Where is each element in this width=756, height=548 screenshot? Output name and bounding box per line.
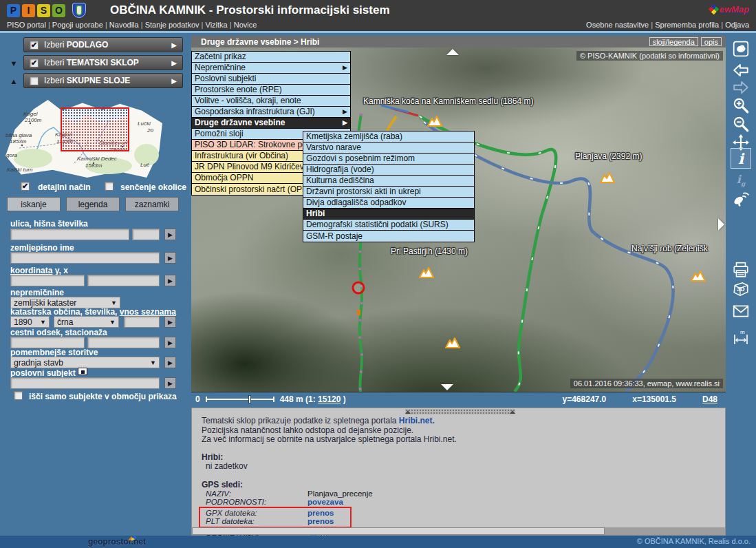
- menu-item-volitve[interactable]: Volitve - volišča, okraji, enote: [192, 96, 350, 107]
- menu-item-prostorske-enote[interactable]: Prostorske enote (RPE): [192, 85, 350, 96]
- nav-piso-portal[interactable]: PISO portal: [7, 21, 52, 29]
- detail-mode-checkbox[interactable]: [21, 182, 30, 191]
- submenu-item-hidrografija[interactable]: Hidrografija (vode): [303, 165, 474, 176]
- download-highlight-box: GPX datoteka:prenos PLT datoteka:prenos: [199, 507, 352, 528]
- gps-row-podrobnosti: PODROBNOSTI:povezava: [202, 498, 704, 507]
- submenu-arrow-icon: ▶: [343, 118, 347, 128]
- accordion-skupni-sloji[interactable]: Izberi SKUPNE SLOJE ▶: [23, 73, 183, 88]
- coordinate-link[interactable]: koordinata: [10, 266, 52, 275]
- submenu-item-kulturna-dediscina[interactable]: Kulturna dediščina: [303, 176, 474, 187]
- menu-item-gji[interactable]: Gospodarska infrastruktura (GJI)▶: [192, 107, 350, 118]
- services-select[interactable]: gradnja stavb▼: [10, 357, 160, 368]
- submenu-item-kmetijska-zemljisca[interactable]: Kmetijska zemljišča (raba): [303, 131, 474, 143]
- street-number-input[interactable]: [132, 229, 160, 240]
- nav-pogoji-uporabe[interactable]: Pogoji uporabe: [52, 21, 109, 29]
- scale-ratio-link[interactable]: 15120: [318, 394, 341, 404]
- description-button[interactable]: opis: [701, 37, 722, 46]
- nav-vizitka[interactable]: Vizitka: [206, 21, 234, 29]
- submenu-item-divja-odlagalisca[interactable]: Divja odlagališča odpadkov: [303, 198, 474, 209]
- menu-item-poslovni-subjekti[interactable]: Poslovni subjekti: [192, 74, 350, 85]
- cadastre-number-select[interactable]: 1890▼: [10, 316, 50, 328]
- panel-resize-handle[interactable]: [405, 409, 515, 414]
- scale-slider-handle[interactable]: [248, 395, 251, 403]
- tematski-checkbox[interactable]: [30, 59, 39, 67]
- pan-down-arrow[interactable]: [441, 384, 453, 390]
- full-extent-button[interactable]: [731, 39, 751, 59]
- street-search-button[interactable]: ▶: [164, 229, 176, 240]
- services-search-button[interactable]: ▶: [164, 357, 176, 368]
- view-3d-button[interactable]: 3D: [731, 279, 751, 299]
- nav-sprememba-profila[interactable]: Sprememba profila: [655, 21, 725, 29]
- nav-odjava[interactable]: Odjava: [725, 21, 749, 29]
- measure-button[interactable]: m: [731, 328, 751, 349]
- send-mail-button[interactable]: [731, 301, 751, 322]
- submenu-item-gozdovi[interactable]: Gozdovi s posebnim režimom: [303, 154, 474, 165]
- menu-item-zacetni-prikaz[interactable]: Začetni prikaz: [192, 52, 350, 63]
- cadastre-name-select[interactable]: črna▼: [54, 316, 119, 328]
- piso-logo[interactable]: P I S O: [7, 3, 86, 18]
- menu-item-druge-drzavne-vsebine[interactable]: Druge državne vsebine▶: [192, 118, 350, 129]
- pan-up-arrow[interactable]: [446, 49, 459, 55]
- layers-legend-button[interactable]: sloji/legenda: [649, 37, 698, 46]
- datum-link[interactable]: D48: [702, 394, 717, 404]
- scrollbar-thumb[interactable]: [192, 527, 605, 535]
- overview-extent-rectangle[interactable]: [61, 107, 129, 151]
- identify-group-button[interactable]: ig: [731, 170, 751, 191]
- overview-map[interactable]: Kogel 2100m bilna glava 1853m gora Kalšk…: [6, 100, 162, 178]
- podlago-checkbox[interactable]: [30, 41, 39, 50]
- cadastre-list-link[interactable]: vnos seznama: [120, 307, 176, 317]
- collapse-arrow-tematski[interactable]: ▼: [8, 59, 19, 67]
- ewmap-logo[interactable]: ewMap: [710, 4, 749, 14]
- gps-button[interactable]: [731, 189, 751, 209]
- povezava-link[interactable]: povezava: [307, 498, 343, 507]
- geoprostor-logo[interactable]: geoprostor.net: [88, 537, 146, 547]
- submenu-item-demografski-podatki[interactable]: Demografski statistični podatki (SURS): [303, 220, 474, 231]
- road-station-input[interactable]: [87, 337, 160, 348]
- road-section-input[interactable]: [10, 337, 85, 348]
- skupni-checkbox[interactable]: [30, 76, 39, 85]
- geoname-search-button[interactable]: ▶: [164, 252, 176, 264]
- tab-legenda[interactable]: legenda: [66, 197, 120, 211]
- geoname-input[interactable]: [10, 252, 160, 264]
- business-area-checkbox[interactable]: [14, 391, 23, 400]
- coordinate-x-input[interactable]: [87, 275, 160, 286]
- nav-navodila[interactable]: Navodila: [109, 21, 145, 29]
- submenu-item-varstvo-narave[interactable]: Varstvo narave: [303, 143, 474, 154]
- collapse-arrow-skupni[interactable]: ▲: [8, 77, 19, 85]
- map-copyright: © PISO-KAMNIK (podatki so informativni): [576, 51, 723, 61]
- shading-checkbox[interactable]: [105, 182, 114, 191]
- panel-horizontal-scrollbar[interactable]: [192, 527, 725, 535]
- street-input[interactable]: [10, 229, 129, 240]
- cursor-coordinates: y=468247.0 x=135001.5 D48: [563, 394, 717, 404]
- pan-right-arrow[interactable]: [718, 218, 724, 231]
- zoom-in-button[interactable]: [731, 95, 751, 116]
- cadastre-search-button[interactable]: ▶: [164, 316, 176, 328]
- accordion-podlago[interactable]: Izberi PODLAGO ▶: [23, 37, 183, 52]
- parcel-number-input[interactable]: [124, 316, 160, 328]
- scale-slider[interactable]: [206, 399, 274, 400]
- plt-download-link[interactable]: prenos: [307, 517, 334, 527]
- submenu-item-gsm-r[interactable]: GSM-R postaje: [303, 231, 474, 242]
- business-input[interactable]: [10, 377, 160, 389]
- coordinate-y-input[interactable]: [10, 275, 85, 286]
- mail-envelope-icon: [732, 302, 750, 320]
- submenu-item-hribi[interactable]: Hribi: [303, 209, 474, 220]
- nav-osebne-nastavitve[interactable]: Osebne nastavitve: [586, 21, 655, 29]
- hribi-net-link[interactable]: Hribi.net.: [399, 416, 435, 425]
- business-info-icon[interactable]: [78, 368, 87, 375]
- accordion-tematski-sklop[interactable]: Izberi TEMATSKI SKLOP ▶: [23, 55, 183, 70]
- nav-stanje-podatkov[interactable]: Stanje podatkov: [145, 21, 206, 29]
- tab-iskanje[interactable]: iskanje: [7, 197, 61, 211]
- road-search-button[interactable]: ▶: [164, 337, 176, 348]
- tab-zaznamki[interactable]: zaznamki: [125, 197, 179, 211]
- nav-novice[interactable]: Novice: [234, 21, 257, 29]
- zoom-out-button[interactable]: [731, 114, 751, 134]
- identify-button[interactable]: i: [731, 148, 751, 169]
- menu-item-nepremicnine[interactable]: Nepremičnine▶: [192, 63, 350, 74]
- business-search-button[interactable]: ▶: [164, 377, 176, 389]
- print-button[interactable]: [731, 260, 751, 280]
- coordinate-search-button[interactable]: ▶: [164, 275, 176, 286]
- submenu-item-drzavni-akti[interactable]: Državni prostorski akti in ukrepi: [303, 187, 474, 198]
- dropdown-caret-icon: ▼: [40, 319, 46, 326]
- gpx-download-link[interactable]: prenos: [307, 509, 334, 518]
